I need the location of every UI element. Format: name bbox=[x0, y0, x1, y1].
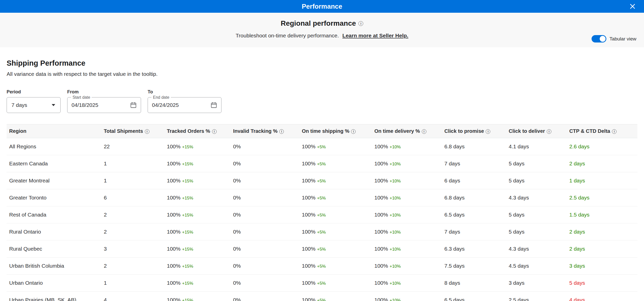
table-row: Rural Quebec 3 100%+15% 0% 100%+5% 100%+… bbox=[7, 240, 637, 257]
header-section: Regional performance i Troubleshoot on-t… bbox=[0, 13, 644, 47]
info-icon[interactable]: i bbox=[212, 129, 217, 134]
on-time-delivery-delta: +10% bbox=[389, 145, 401, 149]
click-to-promise-cell: 6.5 days bbox=[442, 292, 506, 301]
column-header: Tracked Orders %i bbox=[164, 124, 230, 138]
calendar-icon[interactable] bbox=[130, 102, 137, 108]
seller-help-link[interactable]: Learn more at Seller Help. bbox=[342, 33, 408, 38]
click-to-deliver-cell: 5 days bbox=[506, 206, 567, 223]
on-time-shipping-cell: 100%+5% bbox=[299, 172, 372, 189]
start-date-field-label: Start date bbox=[71, 95, 92, 100]
click-to-deliver-cell: 4.3 days bbox=[506, 240, 567, 257]
tabular-view-label: Tabular view bbox=[609, 36, 636, 42]
region-cell: Urban Ontario bbox=[7, 275, 101, 292]
ctp-ctd-delta-value: 2 days bbox=[569, 246, 585, 252]
page-subtitle-text: Troubleshoot on-time delivery performanc… bbox=[236, 33, 339, 38]
info-icon[interactable]: i bbox=[422, 129, 426, 134]
period-value: 7 days bbox=[11, 102, 27, 108]
tracked-orders-cell: 100%+15% bbox=[164, 155, 230, 172]
to-filter: To End date bbox=[148, 89, 221, 113]
on-time-shipping-cell: 100%+5% bbox=[299, 275, 372, 292]
column-header-label: CTP & CTD Delta bbox=[569, 128, 610, 134]
click-to-promise-cell: 8 days bbox=[442, 275, 506, 292]
table-row: Greater Montreal 1 100%+15% 0% 100%+5% 1… bbox=[7, 172, 637, 189]
ctp-ctd-delta-value: 1 days bbox=[569, 178, 585, 183]
start-date-field[interactable]: Start date bbox=[67, 97, 141, 113]
period-select[interactable]: 7 days bbox=[7, 97, 61, 113]
on-time-delivery-cell: 100%+10% bbox=[372, 172, 442, 189]
column-header: On time shipping %i bbox=[299, 124, 372, 138]
info-icon[interactable]: i bbox=[547, 129, 551, 134]
info-icon[interactable]: i bbox=[612, 129, 617, 134]
column-header: Total Shipmentsi bbox=[101, 124, 164, 138]
on-time-shipping-delta: +5% bbox=[317, 230, 326, 235]
click-to-promise-cell: 6.8 days bbox=[442, 138, 506, 155]
invalid-tracking-cell: 0% bbox=[231, 172, 299, 189]
info-icon[interactable]: i bbox=[358, 21, 363, 26]
invalid-tracking-cell: 0% bbox=[231, 292, 299, 301]
on-time-delivery-cell: 100%+10% bbox=[372, 189, 442, 206]
on-time-delivery-cell: 100%+10% bbox=[372, 257, 442, 275]
calendar-icon[interactable] bbox=[211, 102, 217, 108]
invalid-tracking-cell: 0% bbox=[231, 257, 299, 275]
column-header: CTP & CTD Deltai bbox=[567, 124, 637, 138]
on-time-shipping-value: 100% bbox=[302, 280, 316, 286]
tabular-view-toggle[interactable] bbox=[592, 35, 606, 42]
tracked-orders-cell: 100%+15% bbox=[164, 292, 230, 301]
on-time-shipping-value: 100% bbox=[302, 263, 316, 269]
invalid-tracking-cell: 0% bbox=[231, 189, 299, 206]
tracked-orders-value: 100% bbox=[167, 280, 180, 286]
on-time-delivery-cell: 100%+10% bbox=[372, 138, 442, 155]
ctp-ctd-delta-value: 4 days bbox=[569, 297, 585, 301]
on-time-delivery-cell: 100%+10% bbox=[372, 155, 442, 172]
on-time-delivery-cell: 100%+10% bbox=[372, 292, 442, 301]
tracked-orders-cell: 100%+15% bbox=[164, 257, 230, 275]
close-button[interactable] bbox=[628, 2, 637, 11]
from-filter: From Start date bbox=[67, 89, 141, 113]
ctp-ctd-delta-cell: 4 days bbox=[567, 292, 637, 301]
on-time-shipping-value: 100% bbox=[302, 246, 316, 252]
tracked-orders-cell: 100%+15% bbox=[164, 240, 230, 257]
on-time-delivery-value: 100% bbox=[374, 246, 388, 252]
ctp-ctd-delta-cell: 2.6 days bbox=[567, 138, 637, 155]
tracked-orders-value: 100% bbox=[167, 229, 180, 235]
info-icon[interactable]: i bbox=[145, 129, 149, 134]
on-time-shipping-value: 100% bbox=[302, 229, 316, 235]
on-time-delivery-delta: +10% bbox=[389, 281, 401, 286]
on-time-shipping-cell: 100%+5% bbox=[299, 189, 372, 206]
invalid-tracking-cell: 0% bbox=[231, 223, 299, 240]
on-time-shipping-cell: 100%+5% bbox=[299, 223, 372, 240]
on-time-delivery-delta: +10% bbox=[389, 298, 401, 301]
tracked-orders-delta: +15% bbox=[182, 179, 193, 183]
click-to-promise-cell: 6.5 days bbox=[442, 206, 506, 223]
tracked-orders-value: 100% bbox=[167, 178, 180, 183]
click-to-deliver-cell: 5 days bbox=[506, 223, 567, 240]
end-date-input[interactable] bbox=[152, 102, 211, 108]
start-date-input[interactable] bbox=[72, 102, 130, 108]
on-time-shipping-cell: 100%+5% bbox=[299, 155, 372, 172]
end-date-field[interactable]: End date bbox=[148, 97, 221, 113]
table-row: Rest of Canada 2 100%+15% 0% 100%+5% 100… bbox=[7, 206, 637, 223]
ctp-ctd-delta-value: 5 days bbox=[569, 280, 585, 286]
on-time-shipping-cell: 100%+5% bbox=[299, 138, 372, 155]
total-shipments-cell: 1 bbox=[101, 172, 164, 189]
tracked-orders-delta: +15% bbox=[182, 298, 193, 301]
on-time-shipping-value: 100% bbox=[302, 195, 316, 200]
total-shipments-cell: 1 bbox=[101, 275, 164, 292]
info-icon[interactable]: i bbox=[279, 129, 284, 134]
end-date-field-label: End date bbox=[151, 95, 171, 100]
info-icon[interactable]: i bbox=[486, 129, 490, 134]
column-header-label: Invalid Tracking % bbox=[233, 128, 278, 134]
click-to-promise-cell: 7.5 days bbox=[442, 257, 506, 275]
on-time-delivery-delta: +10% bbox=[389, 162, 401, 166]
tracked-orders-cell: 100%+15% bbox=[164, 223, 230, 240]
on-time-delivery-value: 100% bbox=[374, 195, 388, 200]
region-cell: All Regions bbox=[7, 138, 101, 155]
total-shipments-cell: 2 bbox=[101, 223, 164, 240]
on-time-delivery-value: 100% bbox=[374, 212, 388, 218]
info-icon[interactable]: i bbox=[351, 129, 356, 134]
on-time-shipping-value: 100% bbox=[302, 297, 316, 301]
tracked-orders-delta: +15% bbox=[182, 247, 193, 252]
tracked-orders-delta: +15% bbox=[182, 213, 193, 218]
ctp-ctd-delta-cell: 2.5 days bbox=[567, 189, 637, 206]
ctp-ctd-delta-value: 2.6 days bbox=[569, 144, 589, 149]
